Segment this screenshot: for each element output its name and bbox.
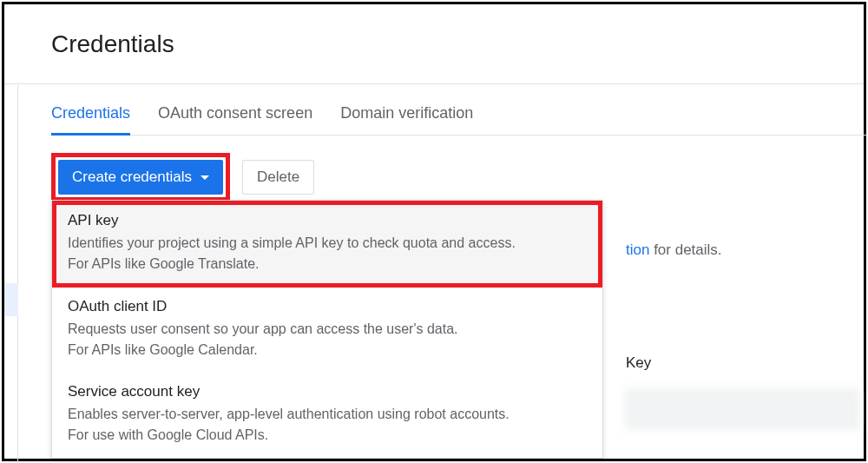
- blurred-key-value: [626, 389, 859, 429]
- sidebar-active-indicator: [4, 283, 18, 316]
- dropdown-item-title: API key: [68, 212, 587, 229]
- content-area: Credentials OAuth consent screen Domain …: [18, 85, 864, 459]
- toolbar: Create credentials Delete API key Identi…: [51, 153, 864, 202]
- dropdown-item-title: Service account key: [68, 383, 587, 400]
- background-text: tion for details.: [626, 241, 855, 259]
- caret-down-icon: [201, 175, 209, 180]
- dropdown-item-title: OAuth client ID: [68, 298, 587, 315]
- sidebar-stub: [4, 85, 18, 463]
- dropdown-item-service-account[interactable]: Service account key Enables server-to-se…: [52, 373, 602, 458]
- key-column-header: Key: [626, 354, 651, 372]
- tab-oauth-consent[interactable]: OAuth consent screen: [158, 104, 312, 135]
- background-link-fragment[interactable]: tion: [626, 241, 649, 258]
- dropdown-item-desc: Requests user consent so your app can ac…: [68, 319, 587, 360]
- create-credentials-label: Create credentials: [72, 169, 192, 186]
- tabs-bar: Credentials OAuth consent screen Domain …: [51, 104, 867, 136]
- delete-button[interactable]: Delete: [242, 160, 314, 195]
- page-header: Credentials: [4, 4, 864, 84]
- dropdown-item-desc: Identifies your project using a simple A…: [68, 233, 587, 274]
- tab-credentials[interactable]: Credentials: [51, 104, 130, 135]
- dropdown-item-desc: Enables server-to-server, app-level auth…: [68, 404, 587, 446]
- dropdown-item-api-key[interactable]: API key Identifies your project using a …: [52, 201, 602, 288]
- page-title: Credentials: [51, 30, 174, 58]
- highlight-create-button: Create credentials: [51, 153, 230, 202]
- background-text-fragment: for details.: [649, 241, 721, 258]
- tab-domain-verification[interactable]: Domain verification: [340, 104, 473, 135]
- create-credentials-button[interactable]: Create credentials: [58, 160, 223, 195]
- create-credentials-dropdown: API key Identifies your project using a …: [51, 200, 603, 459]
- dropdown-item-oauth-client[interactable]: OAuth client ID Requests user consent so…: [52, 288, 602, 373]
